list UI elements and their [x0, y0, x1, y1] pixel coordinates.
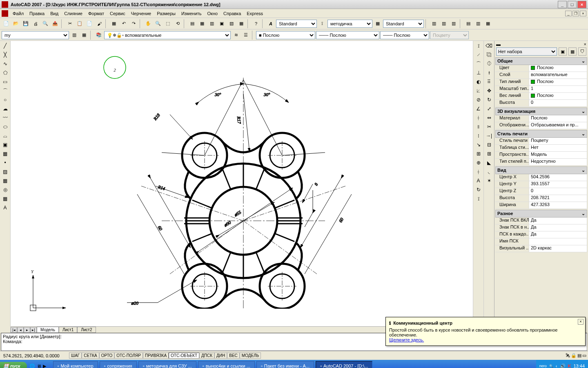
section-general[interactable]: Общие⌄: [495, 57, 587, 65]
minimize-button[interactable]: _: [558, 1, 567, 8]
comm-icon[interactable]: 🛰: [566, 353, 570, 358]
paste-icon[interactable]: 📄: [85, 19, 94, 28]
popup-close[interactable]: ×: [578, 319, 584, 325]
qselect-icon[interactable]: ⛉: [578, 47, 586, 56]
layer-manager-icon[interactable]: 📚: [94, 31, 103, 40]
status-ДПСК[interactable]: ДПСК: [199, 352, 214, 359]
ql-desktop-icon[interactable]: 🖥: [37, 364, 41, 368]
dimstylemgr-icon[interactable]: ⟟: [474, 195, 483, 203]
tab-next[interactable]: ▸: [24, 327, 30, 333]
prop-row[interactable]: Имя ПСК: [495, 238, 587, 245]
close-button[interactable]: ×: [577, 1, 586, 8]
ws1-icon[interactable]: ▥: [430, 19, 439, 28]
qdim-icon[interactable]: ⟊: [474, 114, 483, 122]
prop-row[interactable]: Слойвспомагательные: [495, 72, 587, 79]
status-ДИН[interactable]: ДИН: [214, 352, 227, 359]
popup-link[interactable]: Щелкните здесь.: [389, 337, 424, 342]
zoom-prev-icon[interactable]: ⟲: [173, 19, 182, 28]
prop-row[interactable]: Центр Z0: [495, 188, 587, 195]
dimdia-icon[interactable]: ⊘: [474, 96, 483, 104]
prop-row[interactable]: Тип линий Послою: [495, 79, 587, 86]
status-МОДЕЛЬ[interactable]: МОДЕЛЬ: [240, 352, 261, 359]
status-ВЕС[interactable]: ВЕС: [227, 352, 240, 359]
prop-row[interactable]: Стиль печатиПоцвету: [495, 138, 587, 145]
status-ОТС-ОБЪЕКТ[interactable]: ОТС-ОБЪЕКТ: [169, 352, 199, 359]
join-icon[interactable]: ⊞: [485, 150, 493, 158]
menu-insert[interactable]: Слияние: [61, 9, 85, 18]
prop-row[interactable]: Знак ПСК в н...Да: [495, 224, 587, 231]
ws3-icon[interactable]: ▥: [449, 19, 458, 28]
circle-icon[interactable]: ○: [1, 96, 9, 104]
textstyle-combo[interactable]: Standard: [276, 20, 317, 28]
pickadd-icon[interactable]: ▣: [559, 47, 567, 56]
menu-edit[interactable]: Правка: [27, 9, 47, 18]
dimedit-icon[interactable]: ⟊: [474, 168, 483, 176]
arc-icon[interactable]: ⌒: [1, 87, 9, 95]
revcloud-icon[interactable]: ☁: [1, 105, 9, 113]
plot-icon[interactable]: 🖨: [31, 19, 40, 28]
rect-icon[interactable]: ▭: [1, 78, 9, 86]
ws4-icon[interactable]: ▤: [464, 19, 473, 28]
markup-icon[interactable]: ▧: [227, 19, 236, 28]
mdi-restore[interactable]: ❐: [572, 11, 579, 16]
undo-icon[interactable]: ↶: [119, 19, 128, 28]
zoom-win-icon[interactable]: ⬚: [163, 19, 172, 28]
drawing-canvas[interactable]: 2: [11, 41, 473, 326]
mirror-icon[interactable]: ⏀: [485, 60, 493, 68]
tray-icon[interactable]: ▤: [577, 353, 581, 358]
prop-row[interactable]: ПСК в каждо...Да: [495, 231, 587, 238]
prop-row[interactable]: Высота0: [495, 100, 587, 107]
select-icon[interactable]: ▦: [568, 47, 577, 56]
tab-model[interactable]: Модель: [37, 327, 59, 333]
prop-row[interactable]: Таблица сти...Нет: [495, 145, 587, 152]
block-icon[interactable]: ▦: [109, 19, 118, 28]
tool-pal-icon[interactable]: ▥: [207, 19, 216, 28]
maximize-button[interactable]: □: [568, 1, 577, 8]
mdi-icon[interactable]: [2, 10, 8, 17]
menu-window[interactable]: Окно: [205, 9, 221, 18]
cut-icon[interactable]: ✂: [65, 19, 74, 28]
publish-icon[interactable]: 📤: [51, 19, 60, 28]
spline-icon[interactable]: 〰: [1, 114, 9, 122]
prop-row[interactable]: Вес линий Послою: [495, 93, 587, 100]
tab-sheet1[interactable]: Лист1: [59, 327, 77, 333]
menu-file[interactable]: Файл: [10, 9, 27, 18]
dimstyle-combo[interactable]: методичка: [327, 20, 372, 28]
prop-row[interactable]: Ширина427.3263: [495, 202, 587, 209]
ltype-combo[interactable]: ─── Послою: [316, 31, 379, 39]
prop-row[interactable]: Масштаб тип...1: [495, 86, 587, 93]
taskbar-item[interactable]: ▫Пакет без имени - A...: [256, 361, 314, 368]
dimstyle-icon[interactable]: ⟟: [318, 19, 327, 28]
fillet-icon[interactable]: ◟: [485, 168, 493, 176]
menu-draw[interactable]: Черчение: [128, 9, 154, 18]
prop-row[interactable]: Цвет Послою: [495, 65, 587, 72]
tray-clock[interactable]: 13:44: [573, 364, 585, 368]
dimbase-icon[interactable]: ⫴: [474, 123, 483, 131]
tab-first[interactable]: |◂: [11, 327, 17, 333]
section-misc[interactable]: Разное⌄: [495, 210, 587, 218]
lweight-combo[interactable]: ─── Послою: [380, 31, 429, 39]
dimlinear-icon[interactable]: ⟟: [474, 42, 483, 50]
lock-icon[interactable]: 🔒: [571, 353, 577, 358]
menu-view[interactable]: Вид: [47, 9, 61, 18]
dimcont-icon[interactable]: ⫶: [474, 132, 483, 140]
taskbar-item[interactable]: ▫сопряжения: [100, 361, 137, 368]
tab-prev[interactable]: ◂: [17, 327, 24, 333]
cursor-coords[interactable]: 574.2621, 290.4940, 0.0000: [2, 353, 69, 358]
menu-modify[interactable]: Изменить: [178, 9, 205, 18]
layer-prev-icon[interactable]: ≋: [232, 31, 241, 40]
prop-row[interactable]: Знак ПСК ВКЛДа: [495, 218, 587, 224]
tray-vol-icon[interactable]: 🔊: [560, 364, 566, 368]
calc-icon[interactable]: ▦: [237, 19, 246, 28]
ellipse-icon[interactable]: ⬭: [1, 123, 9, 131]
pline-icon[interactable]: ∿: [1, 60, 9, 68]
stretch-icon[interactable]: ⇔: [485, 114, 493, 122]
layer-states-icon[interactable]: ☰: [241, 31, 250, 40]
hatch-icon[interactable]: ▨: [1, 168, 9, 176]
polygon-icon[interactable]: ⬠: [1, 69, 9, 77]
prop-row[interactable]: Визуальный ...2D каркас: [495, 245, 587, 252]
new-icon[interactable]: 📄: [2, 19, 11, 28]
region-icon[interactable]: ◎: [1, 186, 9, 194]
preview-icon[interactable]: 🔍: [41, 19, 50, 28]
selection-combo[interactable]: Нет набора: [496, 47, 557, 56]
